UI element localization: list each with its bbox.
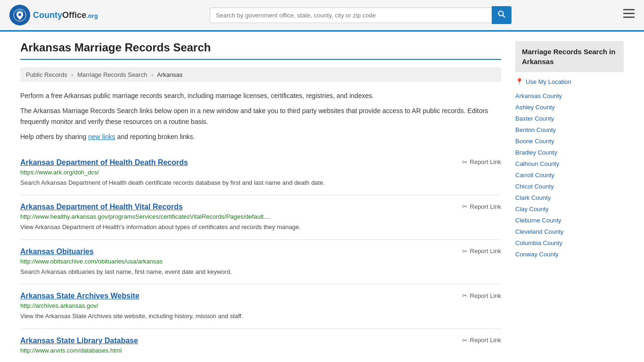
header: CountyOffice.org [0, 0, 644, 32]
use-my-location-label: Use My Location [526, 78, 571, 85]
svg-rect-6 [623, 16, 635, 18]
report-icon-1: ✂ [462, 203, 468, 210]
description3: Help others by sharing new links and rep… [20, 132, 501, 142]
list-item: Carroll County [515, 169, 624, 181]
record-title-3[interactable]: Arkansas State Archives Website [20, 292, 140, 300]
sidebar-title: Marriage Records Search in Arkansas [522, 47, 617, 66]
report-link-2[interactable]: ✂ Report Link [462, 247, 501, 255]
list-item: Bradley County [515, 147, 624, 158]
svg-point-2 [498, 11, 503, 16]
logo-org: .org [86, 12, 98, 19]
record-desc-2: Search Arkansas obituaries by last name,… [20, 267, 501, 277]
report-link-0[interactable]: ✂ Report Link [462, 158, 501, 166]
county-link-9[interactable]: Clark County [515, 194, 551, 201]
county-link-5[interactable]: Bradley County [515, 149, 557, 156]
record-item: Arkansas Obituaries ✂ Report Link http:/… [20, 240, 501, 285]
county-link-12[interactable]: Cleveland County [515, 228, 564, 235]
list-item: Chicot County [515, 181, 624, 192]
list-item: Clay County [515, 203, 624, 214]
report-label-2: Report Link [470, 247, 501, 255]
record-url-2: http://www.obitsarchive.com/obituaries/u… [20, 258, 501, 265]
new-links-link[interactable]: new links [88, 133, 116, 140]
list-item: Conway County [515, 248, 624, 260]
main-layout: Arkansas Marriage Records Search Public … [11, 32, 633, 362]
list-item: Cleveland County [515, 226, 624, 237]
report-link-1[interactable]: ✂ Report Link [462, 203, 501, 210]
breadcrumb: Public Records › Marriage Records Search… [20, 67, 501, 82]
county-link-13[interactable]: Columbia County [515, 239, 562, 247]
record-url-4: http://www.arvrls.com/databases.html [20, 347, 501, 354]
report-icon-2: ✂ [462, 247, 468, 255]
record-title-1[interactable]: Arkansas Department of Health Vital Reco… [20, 203, 183, 211]
county-link-14[interactable]: Conway County [515, 251, 559, 258]
record-item: Arkansas State Library Database ✂ Report… [20, 329, 501, 362]
list-item: Clark County [515, 192, 624, 203]
svg-rect-4 [623, 9, 635, 10]
sidebar-title-box: Marriage Records Search in Arkansas [515, 41, 624, 72]
logo-office: Office [62, 10, 86, 20]
county-link-8[interactable]: Chicot County [515, 183, 554, 190]
county-link-2[interactable]: Baxter County [515, 115, 554, 122]
record-header: Arkansas Department of Health Vital Reco… [20, 203, 501, 211]
record-desc-3: View the Arkansas State Archives site we… [20, 312, 501, 321]
county-link-11[interactable]: Cleburne County [515, 217, 561, 224]
county-link-3[interactable]: Benton County [515, 126, 556, 133]
list-item: Benton County [515, 124, 624, 135]
breadcrumb-sep1: › [71, 71, 73, 78]
list-item: Cleburne County [515, 214, 624, 226]
record-title-0[interactable]: Arkansas Department of Health Death Reco… [20, 158, 188, 167]
county-link-0[interactable]: Arkansas County [515, 92, 562, 99]
svg-point-1 [18, 13, 21, 16]
description3-post: and reporting broken links. [116, 133, 195, 140]
logo-county: County [33, 10, 62, 20]
county-link-10[interactable]: Clay County [515, 206, 549, 213]
list-item: Baxter County [515, 113, 624, 124]
record-url-0: https://www.ark.org/doh_dcs/ [20, 169, 501, 176]
record-item: Arkansas Department of Health Death Reco… [20, 151, 501, 196]
search-button[interactable] [492, 6, 512, 24]
list-item: Calhoun County [515, 158, 624, 169]
breadcrumb-public-records[interactable]: Public Records [26, 71, 67, 78]
record-title-4[interactable]: Arkansas State Library Database [20, 337, 138, 345]
report-link-3[interactable]: ✂ Report Link [462, 292, 501, 299]
county-link-4[interactable]: Boone County [515, 138, 554, 145]
county-link-7[interactable]: Carroll County [515, 172, 554, 179]
sidebar: Marriage Records Search in Arkansas 📍 Us… [515, 41, 624, 362]
record-title-2[interactable]: Arkansas Obituaries [20, 247, 94, 256]
report-icon-3: ✂ [462, 292, 468, 299]
report-label-4: Report Link [470, 337, 501, 344]
list-item: Columbia County [515, 237, 624, 248]
record-item: Arkansas State Archives Website ✂ Report… [20, 284, 501, 329]
svg-line-3 [503, 16, 505, 18]
breadcrumb-marriage-records-search[interactable]: Marriage Records Search [77, 71, 147, 78]
record-url-1: http://www.healthy.arkansas.gov/programs… [20, 213, 501, 220]
county-link-1[interactable]: Ashley County [515, 104, 555, 111]
county-link-6[interactable]: Calhoun County [515, 160, 559, 167]
report-label-1: Report Link [470, 203, 501, 210]
county-list: Arkansas CountyAshley CountyBaxter Count… [515, 90, 624, 260]
description2: The Arkansas Marriage Records Search lin… [20, 106, 501, 127]
list-item: Ashley County [515, 101, 624, 113]
search-area [210, 6, 512, 24]
report-link-4[interactable]: ✂ Report Link [462, 337, 501, 344]
list-item: Boone County [515, 135, 624, 147]
record-header: Arkansas Obituaries ✂ Report Link [20, 247, 501, 256]
record-url-3: http://archives.arkansas.gov/ [20, 302, 501, 309]
svg-rect-5 [623, 13, 635, 14]
record-header: Arkansas State Library Database ✂ Report… [20, 337, 501, 345]
record-item: Arkansas Department of Health Vital Reco… [20, 195, 501, 240]
report-label-3: Report Link [470, 292, 501, 299]
breadcrumb-sep2: › [151, 71, 153, 78]
breadcrumb-arkansas: Arkansas [157, 71, 182, 78]
list-item: Arkansas County [515, 90, 624, 101]
record-header: Arkansas State Archives Website ✂ Report… [20, 292, 501, 300]
report-icon-0: ✂ [462, 158, 468, 166]
logo-icon [9, 5, 30, 25]
logo-area: CountyOffice.org [9, 5, 98, 25]
use-my-location-link[interactable]: 📍 Use My Location [515, 78, 624, 85]
report-label-0: Report Link [470, 158, 501, 165]
record-header: Arkansas Department of Health Death Reco… [20, 158, 501, 167]
search-input[interactable] [210, 8, 492, 23]
menu-button[interactable] [623, 9, 635, 21]
logo-text: CountyOffice.org [33, 10, 98, 20]
